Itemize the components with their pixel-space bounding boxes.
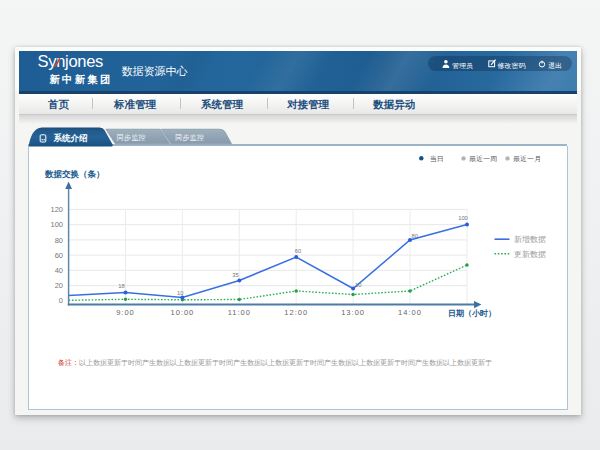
svg-text:100: 100 [458, 215, 468, 221]
svg-text:0: 0 [59, 296, 63, 305]
svg-text:60: 60 [55, 251, 63, 260]
svg-text:10: 10 [355, 282, 361, 288]
svg-text:日期（小时）: 日期（小时） [448, 309, 496, 318]
svg-text:10: 10 [177, 290, 183, 296]
svg-text:120: 120 [50, 205, 63, 214]
svg-text:20: 20 [55, 281, 63, 290]
svg-text:80: 80 [55, 236, 63, 245]
svg-text:12:00: 12:00 [284, 308, 308, 317]
svg-text:14:00: 14:00 [398, 308, 422, 317]
svg-text:40: 40 [55, 266, 63, 275]
svg-text:系统介绍: 系统介绍 [53, 133, 89, 143]
svg-text:新增数据: 新增数据 [514, 235, 546, 244]
svg-text:60: 60 [295, 248, 301, 254]
svg-text:更新数据: 更新数据 [514, 250, 546, 259]
svg-text:80: 80 [412, 233, 418, 239]
svg-text:最近一月: 最近一月 [513, 155, 541, 163]
svg-text:10:00: 10:00 [171, 308, 195, 317]
svg-text:13:00: 13:00 [341, 308, 365, 317]
svg-text:最近一周: 最近一周 [469, 155, 497, 162]
svg-text:当日: 当日 [430, 155, 444, 163]
svg-text:35: 35 [232, 272, 238, 278]
svg-text:100: 100 [50, 220, 63, 229]
svg-text:数据交换（条）: 数据交换（条） [44, 169, 105, 179]
svg-text:18: 18 [118, 283, 124, 289]
svg-text:9:00: 9:00 [116, 308, 135, 317]
svg-text:11:00: 11:00 [228, 308, 251, 317]
svg-text:同步监控: 同步监控 [117, 133, 146, 142]
svg-text:同步监控: 同步监控 [175, 133, 204, 142]
